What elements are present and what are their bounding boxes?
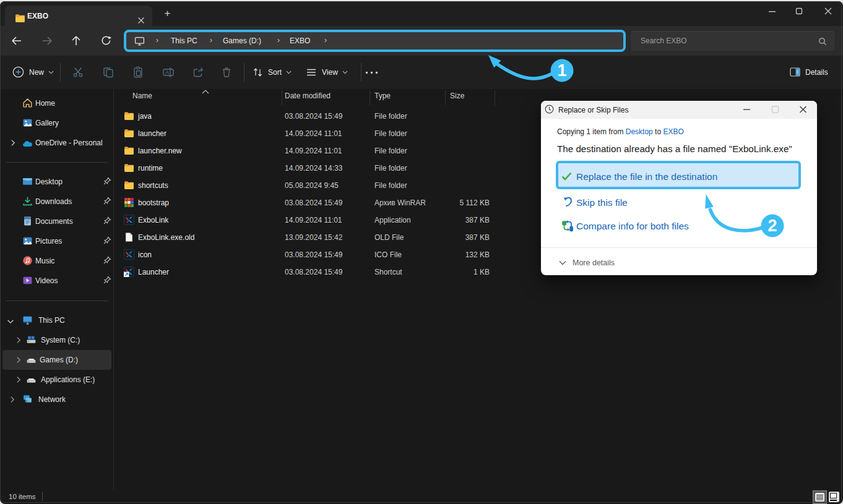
svg-text:A: A (165, 69, 169, 75)
